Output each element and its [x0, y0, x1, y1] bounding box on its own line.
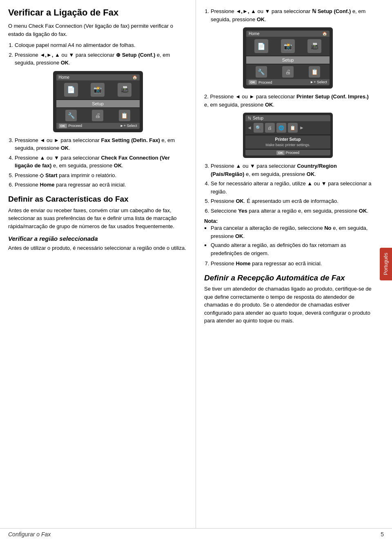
setup-panel-ok-btn: OK — [276, 151, 285, 155]
screen-1-left: Home 🏠 📄 📸 📠 Setup 🔧 🖨 📋 OK — [53, 71, 143, 132]
section3-title: Definir a Recepção Automática de Fax — [204, 273, 372, 283]
setup-panel-icon4: 📋 — [288, 123, 298, 133]
right-steps-1: Pressione ◄,►, ▲ ou ▼ para seleccionar ℕ… — [211, 7, 372, 23]
setup-panel-icons-row: ◄ 🔍 🖨 🌐 📋 ► — [245, 121, 330, 134]
note-item-2: Quando alterar a região, as definições d… — [211, 241, 372, 257]
section2-title: Definir as Características do Fax — [8, 195, 187, 204]
setup-panel-content-title: Printer Setup — [248, 137, 328, 142]
note-box: Nota: Para cancelar a alteração de regiã… — [204, 218, 372, 257]
screen1-tools-row: 🔧 🖨 📋 — [56, 108, 140, 123]
right-step-1-text: Pressione ◄,►, ▲ ou ▼ para seleccionar ℕ… — [211, 8, 365, 22]
right-step-1: Pressione ◄,►, ▲ ou ▼ para seleccionar ℕ… — [211, 7, 372, 23]
setup-panel-content: Printer Setup Make basic printer setting… — [245, 136, 330, 149]
screen-rt-icon2: 📸 — [281, 39, 295, 53]
screen-rt-home-label: Home — [249, 31, 260, 36]
setup-panel-icon2: 🖨 — [265, 123, 275, 133]
lang-tab: Português — [380, 248, 392, 280]
note-item-1-text: Para cancelar a alteração de região, sel… — [211, 225, 368, 239]
setup-panel-icon1: 🔍 — [254, 123, 263, 133]
screen1-bottom-bar: OK Proceed ►+ Select — [56, 123, 140, 129]
screen-rt-icons-row: 📄 📸 📠 — [246, 37, 330, 56]
left-step-2-text: Pressione ◄,►, ▲ ou ▼ para seleccionar ⊕… — [15, 52, 170, 66]
footer-bar: Configurar o Fax 5 — [0, 528, 392, 540]
left-column: Verificar a Ligação de Fax O menu Check … — [0, 0, 196, 528]
screen-rt-home-bar: Home 🏠 — [246, 31, 330, 37]
screen1-setup-label: Setup — [56, 100, 140, 107]
screen-rt-ok-proceed: OK Proceed — [249, 80, 272, 84]
note-item-1: Para cancelar a alteração de região, sel… — [211, 224, 372, 240]
screen1-icon2: 📸 — [91, 83, 105, 97]
screen-rt-icon3: 📠 — [307, 39, 321, 53]
right-step-4-text: Se for necessário alterar a região, util… — [211, 180, 372, 195]
screen-rt-home-icon: 🏠 — [322, 31, 327, 36]
subsection1-title: Verificar a região seleccionada — [8, 235, 187, 242]
screen1-home-label: Home — [59, 75, 70, 80]
left-steps-after: Pressione ◄ ou ► para seleccionar Fax Se… — [15, 136, 187, 189]
setup-panel-content-desc: Make basic printer settings. — [248, 143, 328, 147]
footer-left: Configurar o Fax — [8, 531, 51, 538]
right-step-3-text: Pressione ▲ ou ▼ para seleccionar Countr… — [211, 163, 337, 177]
main-content: Verificar a Ligação de Fax O menu Check … — [0, 0, 392, 528]
screen1-icons-row: 📄 📸 📠 — [56, 80, 140, 99]
right-step-4: Se for necessário alterar a região, util… — [211, 180, 372, 196]
left-step-1: Coloque papel normal A4 no alimentador d… — [15, 41, 187, 49]
lang-tab-label: Português — [383, 253, 389, 276]
screen1-tool2: 🖨 — [92, 110, 103, 121]
right-step-2-text: 2. Pressione ◄ ou ► para seleccionar Pri… — [204, 93, 372, 109]
right-step-5-text: Pressione OK. É apresentado um ecrã de i… — [211, 198, 339, 204]
screen1-icon3: 📠 — [118, 83, 131, 97]
left-step-3-text: Pressione ◄ ou ► para seleccionar Fax Se… — [15, 137, 175, 151]
setup-panel-arrow-right: ► — [299, 125, 304, 131]
setup-panel-header: ℕ Setup — [245, 115, 330, 121]
right-step-3: Pressione ▲ ou ▼ para seleccionar Countr… — [211, 162, 372, 178]
screen-right-bottom: ℕ Setup ◄ 🔍 🖨 🌐 📋 ► Printer Setup Make b… — [243, 113, 333, 158]
right-step-7: Pressione Home para regressar ao ecrã in… — [211, 260, 372, 268]
section2-intro: Antes de enviar ou receber faxes, convém… — [8, 207, 187, 231]
screen-rt-select-label: ►+ Select — [310, 80, 327, 84]
right-step-7-text: Pressione Home para regressar ao ecrã in… — [211, 260, 322, 267]
left-step-3: Pressione ◄ ou ► para seleccionar Fax Se… — [15, 136, 187, 152]
note-list: Para cancelar a alteração de região, sel… — [211, 224, 372, 257]
screen1-tool1: 🔧 — [65, 110, 77, 121]
right-column: Pressione ◄,►, ▲ ou ▼ para seleccionar ℕ… — [196, 0, 392, 528]
setup-panel-arrow-left: ◄ — [247, 125, 252, 131]
right-step-7-list: Pressione Home para regressar ao ecrã in… — [211, 260, 372, 268]
left-step-4-text: Pressione ▲ ou ▼ para seleccionar Check … — [15, 155, 170, 169]
screen1-home-bar: Home 🏠 — [56, 74, 140, 80]
setup-panel-header-label: Setup — [253, 116, 263, 120]
screen1-home-icon: 🏠 — [132, 75, 137, 80]
screen1-tool3: 📋 — [119, 110, 130, 121]
left-step-6-text: Pressione Home para regressar ao ecrã in… — [15, 182, 126, 188]
screen-rt-proceed-label: Proceed — [258, 80, 272, 84]
screen1-ok-btn: OK — [59, 124, 67, 128]
right-steps-after: Pressione ▲ ou ▼ para seleccionar Countr… — [211, 162, 372, 215]
screen-rt-tools-row: 🔧 🖨 📋 — [246, 64, 330, 79]
note-title: Nota: — [204, 218, 218, 224]
right-step-6: Seleccione Yes para alterar a região e, … — [211, 207, 372, 215]
screen-rt-tool2: 🖨 — [282, 66, 294, 78]
screen-rt-ok-btn: OK — [249, 80, 257, 84]
setup-panel-icon3: 🌐 — [276, 123, 286, 133]
screen-rt-setup-label: Setup — [246, 56, 330, 64]
setup-panel-proceed-label: Proceed — [285, 151, 299, 155]
left-intro: O menu Check Fax Connection (Ver ligação… — [8, 22, 187, 38]
setup-panel-bottom: OK Proceed — [245, 150, 330, 156]
screen1-select-label: ►+ Select — [120, 124, 137, 128]
screen1-ok-proceed: OK Proceed — [59, 124, 82, 128]
left-step-5: Pressione ◇ Start para imprimir o relató… — [15, 171, 187, 180]
screen-rt-icon1: 📄 — [254, 39, 268, 53]
right-step-5: Pressione OK. É apresentado um ecrã de i… — [211, 197, 372, 205]
screen-rt-tool1: 🔧 — [256, 66, 267, 78]
right-step-6-text: Seleccione Yes para alterar a região e, … — [211, 208, 368, 214]
screen-right-top: Home 🏠 📄 📸 📠 Setup 🔧 🖨 📋 — [243, 27, 333, 89]
left-step-1-text: Coloque papel normal A4 no alimentador d… — [15, 42, 136, 48]
left-step-4: Pressione ▲ ou ▼ para seleccionar Check … — [15, 154, 187, 170]
screen1-proceed-label: Proceed — [69, 124, 82, 128]
left-step-2: Pressione ◄,►, ▲ ou ▼ para seleccionar ⊕… — [15, 51, 187, 67]
page-title: Verificar a Ligação de Fax — [8, 7, 187, 18]
note-item-2-text: Quando alterar a região, as definições d… — [211, 242, 346, 256]
left-steps-before: Coloque papel normal A4 no alimentador d… — [15, 41, 187, 67]
section3-intro: Se tiver um atendedor de chamadas ligado… — [204, 285, 372, 325]
right-col-inner: Pressione ◄,►, ▲ ou ▼ para seleccionar ℕ… — [204, 7, 384, 325]
screen-rt-tool3: 📋 — [309, 66, 320, 78]
